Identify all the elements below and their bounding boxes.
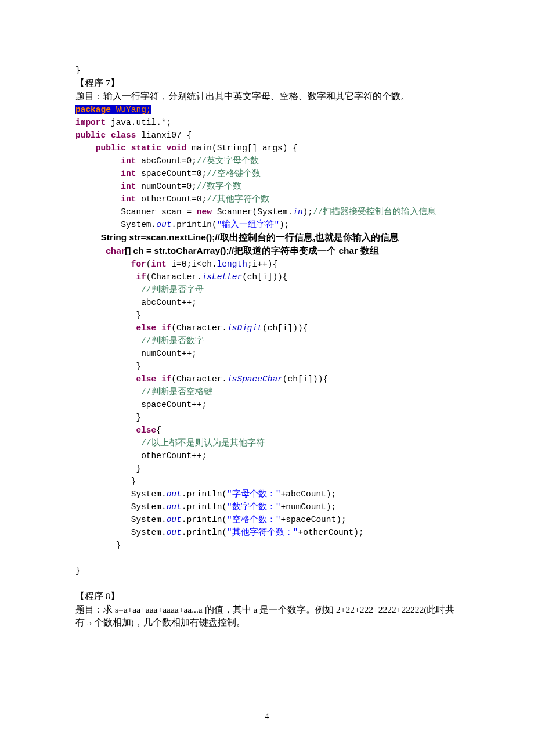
var-space: spaceCount=0; — [136, 169, 207, 178]
println-open: .println( — [182, 489, 227, 499]
keyword-if: if — [161, 375, 171, 384]
sysout-prefix: System. — [121, 220, 156, 229]
brace-close: } — [136, 464, 141, 473]
comment-scanner: //扫描器接受控制台的输入信息 — [313, 207, 436, 217]
keyword-char: char — [106, 246, 125, 255]
keyword-public: public — [75, 131, 106, 140]
brace-close: } — [131, 477, 136, 486]
brace-close: } — [136, 362, 141, 371]
brace-close: } — [75, 566, 81, 575]
sysout-prefix: System. — [131, 528, 167, 537]
if-open: (Character. — [146, 272, 202, 282]
for-cond: i=0;i<ch. — [167, 260, 217, 269]
keyword-if: if — [161, 323, 171, 333]
document-page: } 【程序 7】 题目：输入一行字符，分别统计出其中英文字母、空格、数字和其它字… — [0, 0, 534, 756]
for-open: ( — [146, 260, 151, 269]
keyword-static: static — [131, 143, 161, 153]
inc-num: numCount++; — [141, 349, 197, 358]
keyword-for: for — [131, 260, 146, 269]
sysout-prefix: System. — [131, 489, 167, 499]
program-heading-7: 【程序 7】 — [75, 78, 120, 88]
sysout-prefix: System. — [131, 515, 167, 524]
keyword-int: int — [121, 169, 136, 178]
keyword-int: int — [151, 260, 167, 269]
system-in: in — [293, 207, 302, 217]
keyword-int: int — [121, 156, 136, 165]
string-input-prompt: "输入一组字符" — [217, 220, 279, 229]
inc-other: otherCount++; — [141, 451, 207, 460]
comment-num: //数字个数 — [197, 182, 241, 191]
if-close: (ch[i])){ — [242, 272, 287, 282]
var-other: otherCount=0; — [136, 195, 207, 204]
comment-digit-check: //判断是否数字 — [141, 336, 203, 345]
keyword-if: if — [136, 272, 146, 282]
keyword-else: else — [136, 426, 156, 435]
string-letter-count: "字母个数：" — [227, 489, 280, 499]
comment-space-check: //判断是否空格键 — [141, 387, 212, 397]
method-isdigit: isDigit — [227, 323, 262, 333]
print-num: +numCount); — [280, 502, 336, 512]
comment-space: //空格键个数 — [207, 169, 260, 178]
comment-letter-check: //判断是否字母 — [141, 285, 203, 294]
print-other: +otherCount); — [298, 528, 363, 537]
program-8-description: 题目：求 s=a+aa+aaa+aaaa+aa...a 的值，其中 a 是一个数… — [75, 603, 461, 629]
inc-space: spaceCount++; — [141, 400, 207, 409]
else-open: { — [156, 426, 161, 435]
method-isspace: isSpaceChar — [227, 375, 283, 384]
system-out: out — [156, 220, 171, 229]
keyword-else: else — [136, 323, 156, 333]
string-digit-count: "数字个数：" — [227, 502, 280, 512]
elif-open: (Character. — [171, 375, 227, 384]
code-line: } — [75, 66, 81, 75]
keyword-int: int — [121, 182, 136, 191]
keyword-import: import — [75, 118, 106, 127]
class-name: lianxi07 { — [136, 131, 192, 140]
system-out: out — [167, 502, 182, 512]
system-out: out — [167, 515, 182, 524]
string-space-count: "空格个数：" — [227, 515, 280, 524]
char-array-decl: [] ch = str.toCharArray();//把取道的字符串变成一个 … — [125, 246, 379, 255]
sysout-prefix: System. — [131, 502, 167, 512]
brace-close: } — [116, 541, 121, 550]
println-open: .println( — [171, 220, 217, 229]
field-length: length — [217, 260, 247, 269]
string-nextline: String str=scan.nextLine();//取出控制台的一行信息,… — [101, 232, 399, 242]
code-block: } 【程序 7】 题目：输入一行字符，分别统计出其中英文字母、空格、数字和其它字… — [75, 64, 461, 603]
comment-other: //其他字符个数 — [207, 195, 269, 204]
keyword-new: new — [197, 207, 212, 217]
var-abc: abcCount=0; — [136, 156, 196, 165]
var-num: numCount=0; — [136, 182, 196, 191]
comment-abc: //英文字母个数 — [197, 156, 259, 165]
page-number: 4 — [0, 712, 534, 721]
brace-close: } — [136, 311, 141, 320]
keyword-public: public — [96, 143, 126, 153]
keyword-else: else — [136, 375, 156, 384]
system-out: out — [167, 489, 182, 499]
println-close: ); — [279, 220, 289, 229]
main-signature: main(String[] args) { — [186, 143, 297, 153]
println-open: .println( — [182, 515, 227, 524]
print-abc: +abcCount); — [280, 489, 336, 499]
string-other-count: "其他字符个数：" — [227, 528, 298, 537]
keyword-void: void — [167, 143, 187, 153]
method-isletter: isLetter — [202, 272, 243, 282]
inc-abc: abcCount++; — [141, 298, 197, 307]
elif-close: (ch[i])){ — [283, 375, 328, 384]
scanner-decl: Scanner scan = — [121, 207, 197, 217]
program-heading-8: 【程序 8】 — [75, 591, 120, 601]
println-open: .println( — [182, 502, 227, 512]
scanner-end: ); — [303, 207, 313, 217]
import-statement: java.util.*; — [106, 118, 171, 127]
keyword-class: class — [111, 131, 136, 140]
system-out: out — [167, 528, 182, 537]
print-space: +spaceCount); — [280, 515, 346, 524]
package-space — [111, 105, 116, 114]
elif-open: (Character. — [171, 323, 227, 333]
scanner-ctor: Scanner(System. — [212, 207, 293, 217]
program-7-description: 题目：输入一行字符，分别统计出其中英文字母、空格、数字和其它字符的个数。 — [75, 91, 410, 101]
elif-close: (ch[i])){ — [262, 323, 308, 333]
package-name: WuYang; — [116, 105, 151, 114]
keyword-int: int — [121, 195, 136, 204]
for-close: ;i++){ — [247, 260, 277, 269]
brace-close: } — [136, 413, 141, 422]
